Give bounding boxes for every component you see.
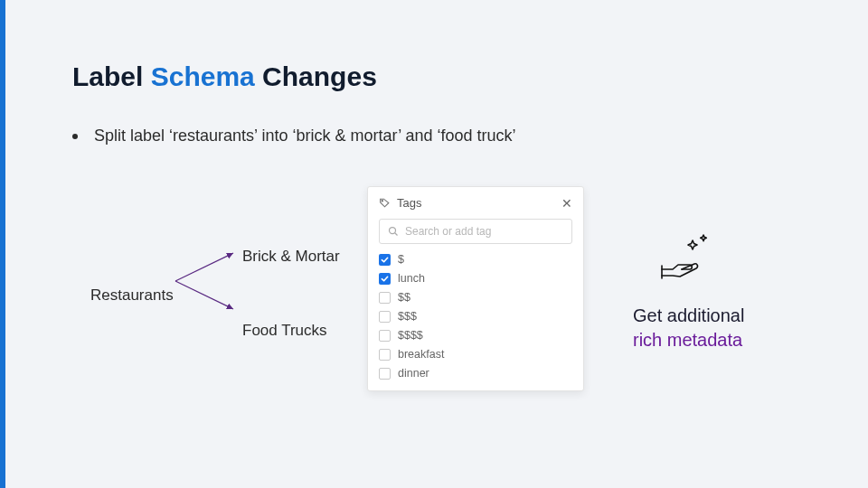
svg-point-2 (382, 201, 382, 202)
slide-title: Label Schema Changes (72, 61, 377, 92)
tag-label: $$ (398, 291, 410, 304)
tag-label: lunch (398, 272, 425, 285)
svg-line-1 (175, 281, 233, 309)
svg-line-0 (175, 253, 233, 281)
callout-text: Get additional rich metadata (633, 304, 744, 352)
tag-label: $ (398, 253, 404, 266)
fork-arrows-icon (174, 242, 239, 320)
fork-branch-b-label: Food Trucks (242, 322, 327, 340)
tag-item[interactable]: dinner (379, 367, 572, 380)
tags-panel-title: Tags (397, 196, 421, 210)
tag-checkbox[interactable] (379, 330, 391, 342)
tag-checkbox[interactable] (379, 273, 391, 285)
svg-line-4 (395, 233, 398, 236)
tag-item[interactable]: $ (379, 253, 572, 266)
bullet-item: Split label ‘restaurants’ into ‘brick & … (72, 127, 516, 145)
tags-panel: Tags ✕ $lunch$$$$$$$$$breakfastdinner (367, 186, 584, 391)
tag-checkbox[interactable] (379, 254, 391, 266)
title-suffix: Changes (255, 61, 377, 91)
tags-panel-title-group: Tags (379, 196, 421, 210)
tag-item[interactable]: $$$ (379, 310, 572, 323)
svg-point-3 (390, 228, 396, 234)
tag-item[interactable]: breakfast (379, 348, 572, 361)
tags-panel-header: Tags ✕ (379, 196, 572, 210)
fork-root-label: Restaurants (90, 286, 174, 305)
callout-line2: rich metadata (633, 330, 742, 350)
tag-checkbox[interactable] (379, 311, 391, 323)
tag-item[interactable]: lunch (379, 272, 572, 285)
title-highlight: Schema (151, 61, 255, 91)
tag-checkbox[interactable] (379, 292, 391, 304)
bullet-text: Split label ‘restaurants’ into ‘brick & … (94, 127, 516, 145)
tag-label: $$$$ (398, 329, 423, 342)
tag-checkbox[interactable] (379, 349, 391, 361)
tag-item[interactable]: $$ (379, 291, 572, 304)
sparkle-hand-icon (658, 233, 712, 282)
close-icon[interactable]: ✕ (561, 197, 572, 210)
tag-search-input[interactable] (405, 225, 563, 238)
bullet-dot-icon (72, 134, 78, 139)
search-icon (388, 226, 399, 237)
title-prefix: Label (72, 61, 151, 91)
slide-accent-bar (0, 0, 5, 488)
tag-label: dinner (398, 367, 429, 380)
tag-label: $$$ (398, 310, 417, 323)
tag-item[interactable]: $$$$ (379, 329, 572, 342)
tag-search-field[interactable] (379, 219, 572, 244)
tag-label: breakfast (398, 348, 444, 361)
fork-branch-a-label: Brick & Mortar (242, 248, 340, 266)
tag-icon (379, 197, 391, 209)
tag-checkbox[interactable] (379, 368, 391, 380)
callout-line1: Get additional (633, 305, 744, 325)
tag-list: $lunch$$$$$$$$$breakfastdinner (379, 253, 572, 380)
